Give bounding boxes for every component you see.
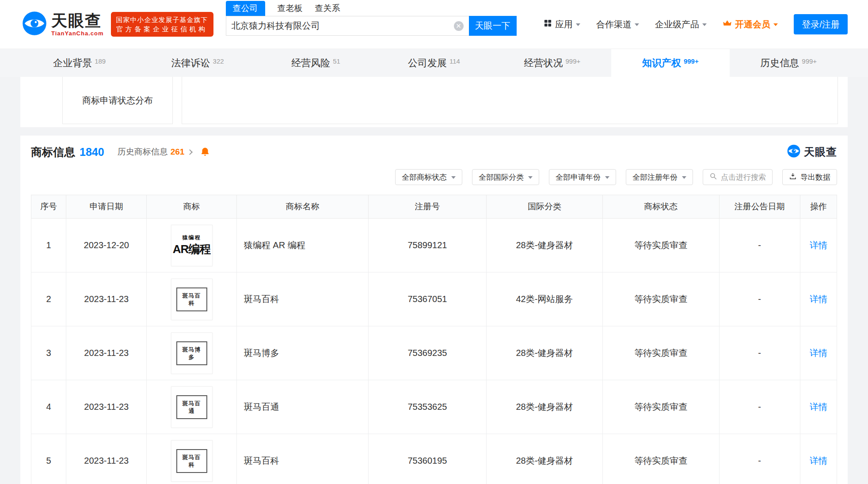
tab-legal-litigation[interactable]: 法律诉讼322 (138, 49, 256, 77)
cell-trademark-name: 斑马百科 (236, 272, 368, 326)
page: 天眼查 TianYanCha.com 国家中小企业发展子基金旗下 官方备案企业征… (0, 0, 868, 484)
search-tabs: 查公司 查老板 查关系 (226, 3, 517, 16)
col-intl-class: 国际分类 (486, 195, 602, 219)
filter-intl-class[interactable]: 全部国际分类 (472, 169, 539, 185)
cell-trademark-name: 猿编程 AR 编程 (236, 219, 368, 272)
cell-publish-date: - (719, 219, 800, 272)
detail-link[interactable]: 详情 (810, 402, 827, 412)
cell-status: 等待实质审查 (603, 219, 719, 272)
badge-line2: 官方备案企业征信机构 (116, 24, 208, 34)
nav-item-apps[interactable]: 应用 (544, 19, 580, 30)
tab-count: 189 (95, 57, 106, 65)
cell-action: 详情 (800, 272, 837, 326)
filter-apply-year[interactable]: 全部申请年份 (549, 169, 616, 185)
logo-text: 天眼查 (51, 12, 104, 29)
cell-trademark: 斑马百通 (147, 380, 236, 434)
chevron-down-icon (576, 23, 580, 26)
cell-serial: 4 (31, 380, 66, 434)
chevron-down-icon (773, 23, 778, 26)
search-submit-button[interactable]: 天眼一下 (469, 16, 517, 36)
search-tab-relation[interactable]: 查关系 (315, 1, 340, 16)
trademark-table: 序号 申请日期 商标 商标名称 注册号 国际分类 商标状态 注册公告日期 操作 … (31, 195, 837, 484)
detail-link[interactable]: 详情 (810, 348, 827, 358)
nav-apps-label: 应用 (555, 19, 573, 30)
col-apply-date: 申请日期 (66, 195, 147, 219)
cell-intl-class: 28类-健身器材 (486, 219, 602, 272)
cell-apply-date: 2023-11-23 (66, 434, 147, 484)
tab-count: 999+ (802, 57, 817, 65)
detail-link[interactable]: 详情 (810, 456, 827, 465)
table-row: 4 2023-11-23 斑马百通 斑马百通 75353625 28类-健身器材… (31, 380, 837, 434)
tianyancha-logo-icon (22, 11, 47, 38)
tab-history-info[interactable]: 历史信息999+ (730, 49, 848, 77)
col-registration-no: 注册号 (369, 195, 486, 219)
section-title: 商标信息 (31, 145, 75, 159)
cell-trademark: 斑马百科 (147, 434, 236, 484)
cell-trademark-name: 斑马百科 (236, 434, 368, 484)
watermark-text: 天眼查 (804, 145, 837, 159)
top-header: 天眼查 TianYanCha.com 国家中小企业发展子基金旗下 官方备案企业征… (0, 0, 868, 49)
trademark-image[interactable]: 斑马百科 (171, 440, 213, 482)
chevron-down-icon (702, 23, 707, 26)
search-block: 查公司 查老板 查关系 ✕ 天眼一下 (226, 3, 517, 36)
table-search-placeholder: 点击进行搜索 (721, 172, 766, 182)
trademark-image[interactable]: 斑马百科 (171, 279, 213, 320)
cell-trademark: 斑马博多 (147, 326, 236, 380)
cell-publish-date: - (719, 272, 800, 326)
table-search-box[interactable]: 点击进行搜索 (703, 169, 773, 185)
brand-logo[interactable]: 天眼查 TianYanCha.com (22, 11, 104, 38)
cell-publish-date: - (719, 326, 800, 380)
nav-item-partners[interactable]: 合作渠道 (596, 19, 639, 30)
cell-apply-date: 2023-12-20 (66, 219, 147, 272)
search-row: ✕ 天眼一下 (226, 16, 517, 36)
tab-operation-status[interactable]: 经营状况999+ (493, 49, 611, 77)
cell-status: 等待实质审查 (603, 380, 719, 434)
cell-apply-date: 2023-11-23 (66, 326, 147, 380)
filter-register-year[interactable]: 全部注册年份 (626, 169, 693, 185)
trademark-image[interactable]: 斑马百通 (171, 386, 213, 428)
cell-status: 等待实质审查 (603, 434, 719, 484)
trademark-image[interactable]: 斑马博多 (171, 333, 213, 374)
top-nav: 应用 合作渠道 企业级产品 开通会员 登录/注册 (544, 14, 848, 34)
filter-bar: 全部商标状态 全部国际分类 全部申请年份 全部注册年份 点击进行搜索 (31, 169, 837, 185)
search-tab-boss[interactable]: 查老板 (278, 1, 303, 16)
trademark-image[interactable]: 猿编程 AR编程 (171, 225, 213, 266)
tab-company-development[interactable]: 公司发展114 (375, 49, 493, 77)
cell-registration-no: 75899121 (369, 219, 486, 272)
download-icon (789, 172, 797, 182)
bell-icon[interactable] (200, 147, 210, 157)
filter-trademark-status[interactable]: 全部商标状态 (395, 169, 462, 185)
apps-grid-icon (544, 19, 552, 30)
nav-item-enterprise-products[interactable]: 企业级产品 (655, 19, 707, 30)
cell-intl-class: 28类-健身器材 (486, 380, 602, 434)
search-tab-company[interactable]: 查公司 (226, 1, 265, 16)
nav-item-vip[interactable]: 开通会员 (723, 19, 778, 30)
history-trademark-link[interactable]: 历史商标信息 (118, 146, 168, 158)
export-data-button[interactable]: 导出数据 (782, 169, 837, 185)
search-input-wrap: ✕ (226, 16, 469, 36)
login-register-button[interactable]: 登录/注册 (794, 14, 848, 34)
detail-link[interactable]: 详情 (810, 240, 827, 250)
col-publish-date: 注册公告日期 (719, 195, 800, 219)
tab-company-background[interactable]: 企业背景189 (20, 49, 138, 77)
cell-serial: 2 (31, 272, 66, 326)
chevron-right-icon[interactable] (187, 149, 193, 155)
history-trademark-count: 261 (171, 147, 185, 157)
gov-certification-badge: 国家中小企业发展子基金旗下 官方备案企业征信机构 (111, 12, 213, 37)
cell-action: 详情 (800, 326, 837, 380)
clear-search-icon[interactable]: ✕ (454, 21, 464, 31)
cell-serial: 3 (31, 326, 66, 380)
nav-vip-label: 开通会员 (735, 19, 770, 30)
company-search-input[interactable] (232, 21, 454, 31)
badge-line1: 国家中小企业发展子基金旗下 (116, 15, 208, 24)
cell-publish-date: - (719, 434, 800, 484)
trademark-info-card: 商标信息 1840 历史商标信息 261 天眼查 (20, 136, 848, 484)
tab-operation-risk[interactable]: 经营风险51 (257, 49, 375, 77)
tianyancha-logo-icon (787, 144, 800, 159)
cell-apply-date: 2023-11-23 (66, 380, 147, 434)
tab-count: 999+ (566, 57, 581, 65)
tab-intellectual-property[interactable]: 知识产权999+ (611, 49, 729, 77)
logo-subtext: TianYanCha.com (51, 30, 104, 37)
cell-intl-class: 42类-网站服务 (486, 272, 602, 326)
detail-link[interactable]: 详情 (810, 294, 827, 304)
